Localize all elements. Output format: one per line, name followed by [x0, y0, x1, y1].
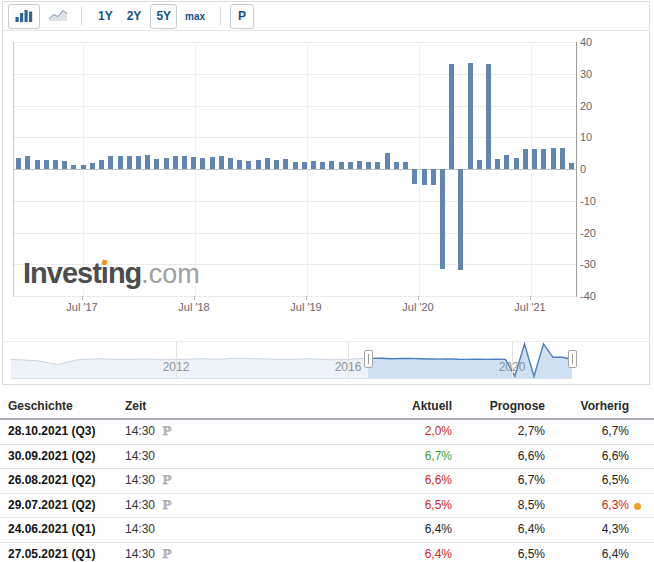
bar[interactable]: [127, 156, 132, 169]
history-table: Geschichte Zeit Aktuell Prognose Vorheri…: [0, 395, 654, 562]
preliminary-flag-icon: ℙ: [162, 547, 171, 561]
bar[interactable]: [274, 160, 279, 169]
bar[interactable]: [311, 161, 316, 169]
bar[interactable]: [81, 165, 86, 169]
bar[interactable]: [504, 155, 509, 169]
bar[interactable]: [532, 149, 537, 169]
bar[interactable]: [523, 149, 528, 169]
navigator-right-handle[interactable]: [568, 350, 577, 368]
history-date: 26.08.2021 (Q2): [8, 469, 95, 492]
bar[interactable]: [228, 158, 233, 169]
bar[interactable]: [302, 162, 307, 169]
bar[interactable]: [90, 163, 95, 169]
bar[interactable]: [25, 156, 30, 169]
bar[interactable]: [569, 163, 574, 169]
range-button-2y[interactable]: 2Y: [122, 5, 147, 28]
bar[interactable]: [366, 162, 371, 169]
bar[interactable]: [422, 169, 427, 185]
range-button-max[interactable]: max: [181, 5, 209, 28]
history-row[interactable]: 27.05.2021 (Q1)14:30 ℙ6,4%6,5%6,4%: [0, 543, 654, 562]
bar[interactable]: [173, 156, 178, 169]
navigator-left-handle[interactable]: [364, 350, 373, 368]
preliminary-flag-icon: ℙ: [162, 424, 171, 438]
bar[interactable]: [468, 63, 473, 169]
range-button-5y-selected[interactable]: 5Y: [150, 4, 177, 29]
bar[interactable]: [329, 161, 334, 169]
bar[interactable]: [16, 158, 21, 169]
bar[interactable]: [440, 169, 445, 269]
release-time: 14:30: [125, 445, 155, 468]
bar[interactable]: [136, 156, 141, 169]
history-row[interactable]: 28.10.2021 (Q3)14:30 ℙ2,0%2,7%6,7%: [0, 420, 654, 445]
bar[interactable]: [53, 160, 58, 170]
bar[interactable]: [200, 158, 205, 169]
toolbar-divider: [220, 7, 221, 25]
bar[interactable]: [551, 148, 556, 169]
preliminary-toggle-button[interactable]: P: [230, 4, 254, 29]
history-row[interactable]: 24.06.2021 (Q1)14:306,4%6,4%4,3%: [0, 518, 654, 543]
gridline: [14, 233, 576, 234]
bar[interactable]: [99, 160, 104, 170]
x-tick-label: Jul '18: [178, 301, 209, 313]
bar[interactable]: [182, 156, 187, 169]
bar[interactable]: [44, 160, 49, 169]
bar[interactable]: [164, 158, 169, 169]
gridline: [14, 169, 576, 170]
bar[interactable]: [495, 159, 500, 169]
bar[interactable]: [403, 162, 408, 169]
bar[interactable]: [412, 169, 417, 184]
bar[interactable]: [145, 155, 150, 169]
bar[interactable]: [348, 162, 353, 169]
x-tick-label: Jul '17: [66, 301, 97, 313]
bar[interactable]: [118, 156, 123, 169]
bar[interactable]: [265, 158, 270, 169]
bar[interactable]: [293, 162, 298, 169]
bar[interactable]: [210, 157, 215, 169]
navigator-year-label: 2020: [499, 360, 526, 374]
bar[interactable]: [191, 157, 196, 169]
navigator-sparkline: [11, 342, 572, 378]
bar[interactable]: [560, 148, 565, 169]
bar[interactable]: [219, 156, 224, 169]
history-row[interactable]: 30.09.2021 (Q2)14:306,7%6,6%6,6%: [0, 445, 654, 470]
bar[interactable]: [431, 169, 436, 185]
bar[interactable]: [35, 160, 40, 170]
gridline: [14, 137, 576, 138]
bar[interactable]: [394, 162, 399, 169]
bar[interactable]: [283, 159, 288, 169]
bar[interactable]: [320, 162, 325, 169]
gridline: [14, 42, 576, 43]
logo-i: ı: [101, 257, 108, 289]
bar[interactable]: [108, 156, 113, 169]
bar[interactable]: [256, 160, 261, 170]
bar[interactable]: [514, 158, 519, 169]
y-tick-label: -20: [580, 227, 596, 239]
bar[interactable]: [449, 64, 454, 169]
range-button-1y[interactable]: 1Y: [93, 5, 118, 28]
bar[interactable]: [375, 162, 380, 169]
navigator-year-label: 2016: [335, 360, 362, 374]
line-chart-type-button[interactable]: [44, 5, 72, 28]
preliminary-flag-icon: ℙ: [162, 473, 171, 487]
bar[interactable]: [237, 160, 242, 170]
history-row[interactable]: 29.07.2021 (Q2)14:30 ℙ6,5%8,5%6,3%: [0, 494, 654, 519]
timeline-navigator[interactable]: [11, 342, 572, 378]
bar[interactable]: [62, 161, 67, 169]
bar[interactable]: [477, 160, 482, 170]
logo-text: ng: [108, 257, 141, 289]
bar-chart-type-button[interactable]: [8, 4, 40, 29]
bar[interactable]: [154, 159, 159, 169]
bar[interactable]: [246, 161, 251, 169]
history-table-body: 28.10.2021 (Q3)14:30 ℙ2,0%2,7%6,7%30.09.…: [0, 420, 654, 562]
history-row[interactable]: 26.08.2021 (Q2)14:30 ℙ6,6%6,7%6,5%: [0, 469, 654, 494]
bar[interactable]: [458, 169, 463, 270]
y-tick-label: 40: [580, 36, 592, 48]
bar[interactable]: [541, 149, 546, 169]
toolbar-divider: [81, 7, 82, 25]
bar[interactable]: [385, 153, 390, 170]
bar[interactable]: [486, 64, 491, 169]
bar[interactable]: [71, 165, 76, 169]
history-date: 29.07.2021 (Q2): [8, 494, 95, 517]
bar[interactable]: [357, 161, 362, 169]
bar[interactable]: [339, 162, 344, 169]
